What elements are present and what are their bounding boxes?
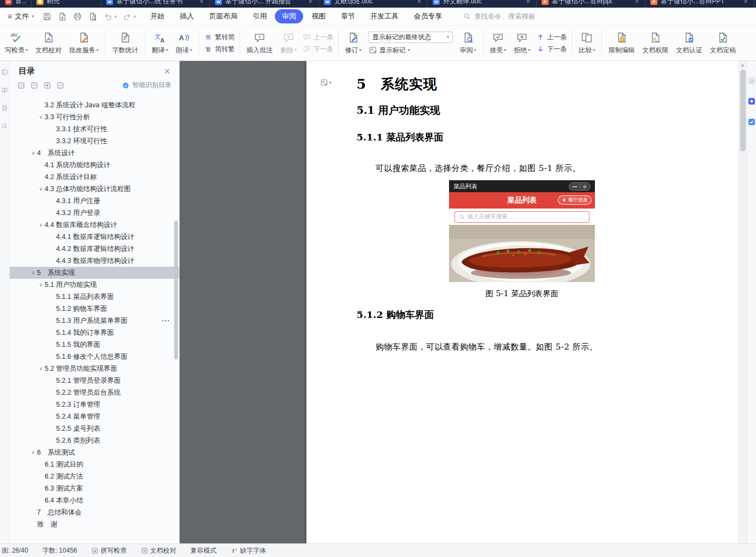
left-strip-book-icon[interactable] bbox=[1, 87, 8, 94]
document-scrollbar[interactable]: ▲ bbox=[739, 61, 746, 543]
toc-item[interactable]: ∨6 系统测试 bbox=[10, 446, 179, 458]
tab-close-icon[interactable]: × bbox=[742, 0, 749, 5]
smart-toc-button[interactable]: 智能识别目录 bbox=[122, 81, 171, 90]
toc-item[interactable]: 4.4.3 数据库物理结构设计 bbox=[10, 255, 179, 267]
chevron-down-icon[interactable]: ▾ bbox=[114, 14, 116, 19]
toc-item[interactable]: 4.3.2 用户登录 bbox=[10, 207, 179, 219]
status-item[interactable]: 拼写检查 bbox=[91, 546, 127, 555]
tab-close-icon[interactable]: × bbox=[416, 0, 422, 5]
chevron-down-icon[interactable]: ∨ bbox=[29, 270, 37, 276]
ribbon-grading-button[interactable]: 批改服务▾ bbox=[65, 29, 102, 57]
toc-item[interactable]: 5.1.3 用户系统菜单界面··· bbox=[10, 315, 179, 327]
ribbon-restrict-edit-button[interactable]: 限制编辑 bbox=[605, 29, 638, 57]
toc-item[interactable]: 6.3 测试方案 bbox=[10, 482, 179, 494]
ribbon-word-count-button[interactable]: 字数统计 bbox=[108, 29, 142, 57]
chevron-down-icon[interactable]: ∨ bbox=[37, 114, 45, 120]
chevron-down-icon[interactable]: ∨ bbox=[37, 186, 45, 192]
toc-item[interactable]: ∨4.3 总体功能结构设计流程图 bbox=[10, 183, 179, 195]
paragraph-5-1-1[interactable]: 可以搜索菜品，选择分类，餐厅介绍，如图 5-1 所示。 bbox=[376, 163, 581, 174]
toc-item[interactable]: 5.2.2 管理员后台系统 bbox=[10, 387, 179, 399]
ribbon-prev-change-button[interactable]: 上一条 bbox=[536, 33, 567, 42]
quick-redo-button[interactable] bbox=[122, 12, 132, 21]
status-item[interactable]: 兼容模式 bbox=[190, 546, 217, 555]
right-strip-ai-light-icon[interactable] bbox=[747, 118, 756, 126]
ribbon-spellcheck-button[interactable]: abc写检查▾ bbox=[1, 29, 32, 57]
tab-close-icon[interactable]: × bbox=[307, 0, 314, 5]
figure-5-1[interactable]: 菜品列表 ••• ◎ 菜品列表 餐厅信息 输入关键字搜索... bbox=[449, 180, 595, 282]
quick-print-button[interactable] bbox=[73, 12, 82, 21]
menu-tab-3[interactable]: 引用 bbox=[245, 9, 274, 23]
toc-item[interactable]: 5.1.2 购物车界面 bbox=[10, 303, 179, 315]
ribbon-next-change-button[interactable]: 下一条 bbox=[536, 45, 567, 54]
toc-item[interactable]: 5.1.1 菜品列表界面 bbox=[10, 291, 179, 303]
ribbon-track-changes-button[interactable]: 修订▾ bbox=[341, 29, 365, 57]
toc-item[interactable]: 3.2 系统设计 Java 端整体流程 bbox=[10, 99, 179, 111]
menu-tab-2[interactable]: 页面布局 bbox=[202, 9, 244, 23]
toc-item[interactable]: 5.2.6 类别列表 bbox=[10, 434, 179, 446]
section-heading-5-1[interactable]: 5.1 用户功能实现 bbox=[357, 103, 440, 118]
window-tab[interactable]: W文献综述.doc× bbox=[319, 0, 428, 8]
toc-tool-checkbox-icon[interactable] bbox=[17, 82, 25, 89]
ribbon-delete-comment-button[interactable]: 删除▾ bbox=[276, 29, 300, 57]
command-search[interactable]: 查找命令、搜索模板 bbox=[463, 12, 536, 21]
toc-item[interactable]: 4.1 系统功能结构设计 bbox=[10, 159, 179, 171]
chevron-down-icon[interactable]: ∨ bbox=[29, 150, 37, 156]
status-item[interactable]: 字数: 10456 bbox=[42, 546, 77, 555]
ribbon-doc-certify-button[interactable]: 文档认证 bbox=[672, 29, 706, 57]
close-icon[interactable]: ✕ bbox=[164, 68, 170, 75]
toc-item[interactable]: ∨5.1 用户功能实现 bbox=[10, 279, 179, 291]
toc-scrollbar-thumb[interactable] bbox=[174, 221, 178, 359]
toc-item[interactable]: 6.2 测试方法 bbox=[10, 470, 179, 482]
toc-item[interactable]: ∨3.3 可行性分析 bbox=[10, 111, 179, 123]
toc-item[interactable]: 5.1.6 修改个人信息界面 bbox=[10, 351, 179, 363]
toc-item[interactable]: 3.3.1 技术可行性 bbox=[10, 123, 179, 135]
ribbon-next-comment-button[interactable]: 下一条 bbox=[303, 45, 333, 54]
left-strip-panel-icon[interactable] bbox=[1, 69, 8, 76]
ribbon-reject-button[interactable]: 拒绝▾ bbox=[510, 29, 534, 57]
status-item[interactable]: T?缺字字体 bbox=[231, 546, 266, 555]
markup-display-select[interactable]: 显示标记的最终状态▾ bbox=[368, 32, 453, 43]
menu-tab-7[interactable]: 开发工具 bbox=[363, 9, 405, 23]
chevron-down-icon[interactable]: ∨ bbox=[37, 222, 45, 228]
toc-item[interactable]: 4.4.1 数据库逻辑结构设计 bbox=[10, 231, 179, 243]
toc-item[interactable]: 致 谢 bbox=[10, 518, 179, 530]
ribbon-accept-button[interactable]: 接受▾ bbox=[486, 29, 510, 57]
ribbon-review-button[interactable]: 审阅▾ bbox=[456, 29, 480, 57]
toc-item[interactable]: 5.2.5 桌号列表 bbox=[10, 423, 179, 434]
ribbon-read-aloud-button[interactable]: A朗读▾ bbox=[172, 29, 196, 57]
ribbon-prev-comment-button[interactable]: 上一条 bbox=[303, 33, 333, 42]
window-tab[interactable]: P基于微信小...答辩ppt× bbox=[537, 0, 646, 8]
chevron-down-icon[interactable]: ∨ bbox=[37, 366, 45, 371]
left-strip-clipboard-icon[interactable] bbox=[1, 105, 8, 112]
document-page[interactable]: ▾ 5 系统实现 5.1 用户功能实现 5.1.1 菜品列表界面 可以搜索菜品，… bbox=[306, 61, 739, 543]
quick-save-button[interactable] bbox=[42, 12, 52, 21]
toc-item[interactable]: ∨4.4 数据库概念结构设计 bbox=[10, 219, 179, 231]
figure-caption[interactable]: 图 5-1 菜品列表界面 bbox=[427, 289, 617, 299]
toc-item[interactable]: ∨4 系统设计 bbox=[10, 147, 179, 159]
menu-tab-6[interactable]: 章节 bbox=[334, 9, 362, 23]
chevron-down-icon[interactable]: ∨ bbox=[37, 282, 45, 287]
status-item[interactable]: 面: 26/40 bbox=[2, 546, 28, 555]
ribbon-compare-button[interactable]: 比较▾ bbox=[575, 29, 599, 57]
menu-tab-4[interactable]: 审阅 bbox=[275, 9, 303, 23]
window-tab[interactable]: W外文翻译.doc× bbox=[428, 0, 537, 8]
toc-item[interactable]: 5.2.1 管理员登录界面 bbox=[10, 375, 179, 387]
left-strip-find-icon[interactable] bbox=[1, 123, 8, 130]
ribbon-simp-to-trad-button[interactable]: 繁简转繁 bbox=[204, 45, 235, 54]
section-heading-5-1-1[interactable]: 5.1.1 菜品列表界面 bbox=[357, 131, 444, 144]
paragraph-marker[interactable]: ▾ bbox=[320, 78, 331, 87]
toc-item[interactable]: 5.2.4 菜单管理 bbox=[10, 411, 179, 423]
menu-tab-1[interactable]: 插入 bbox=[173, 9, 201, 23]
toc-item[interactable]: 4.2 系统设计目标 bbox=[10, 171, 179, 183]
toc-item[interactable]: 4.4.2 数据库逻辑结构设计 bbox=[10, 243, 179, 255]
scroll-up-icon[interactable]: ▲ bbox=[739, 61, 746, 68]
toc-tool-chevron-up-sq-icon[interactable] bbox=[30, 82, 38, 89]
toc-item[interactable]: 3.3.2 环境可行性 bbox=[10, 135, 179, 147]
window-tab[interactable]: 稻壳 bbox=[32, 0, 101, 8]
paragraph-5-1-2[interactable]: 购物车界面，可以查看购物车，增减数量。如图 5-2 所示。 bbox=[376, 342, 598, 352]
menu-tab-8[interactable]: 会员专享 bbox=[407, 9, 449, 23]
toc-item[interactable]: 4.3.1 用户注册 bbox=[10, 195, 179, 207]
toc-item[interactable]: ∨5.2 管理员功能实现界面 bbox=[10, 363, 179, 375]
window-tab[interactable]: P基于微信小...答辩PPT× bbox=[646, 0, 754, 8]
toc-item[interactable]: 5.2.3 订单管理 bbox=[10, 399, 179, 411]
